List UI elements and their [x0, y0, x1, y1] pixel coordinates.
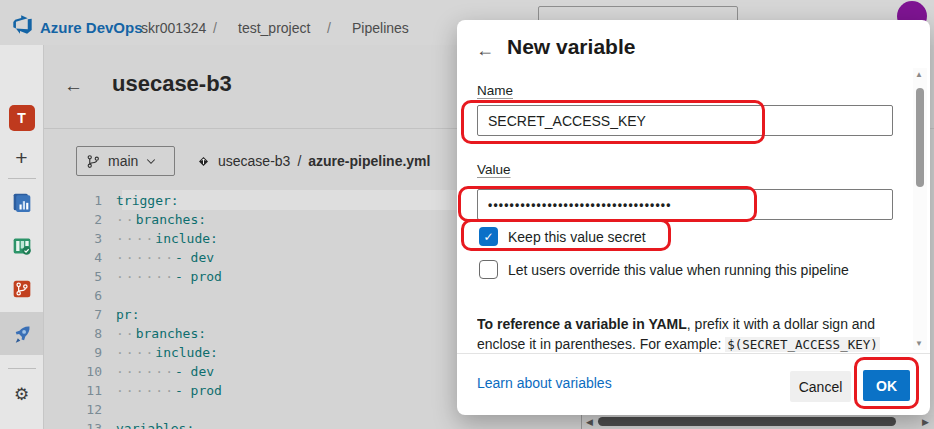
scroll-down-icon[interactable]: ▼ [915, 339, 923, 348]
page-title: usecase-b3 [112, 71, 232, 97]
add-project-button[interactable]: + [0, 147, 43, 169]
overview-icon [9, 189, 35, 215]
annotation-name-field [461, 100, 765, 144]
breadcrumb-separator: / [213, 20, 217, 36]
annotation-value-field [458, 186, 757, 222]
chevron-down-icon [145, 155, 157, 167]
checkbox-unchecked-icon[interactable] [479, 260, 498, 279]
breadcrumb-org[interactable]: skr001324 [141, 20, 206, 36]
left-nav-rail: T + ⚙ » [0, 45, 44, 429]
branch-selector[interactable]: main [76, 146, 175, 176]
horizontal-scrollbar-thumb[interactable] [598, 417, 896, 426]
project-avatar: T [9, 105, 35, 131]
let-users-override-checkbox-row[interactable]: Let users override this value when runni… [479, 260, 849, 279]
repos-icon [9, 276, 35, 302]
dialog-back-arrow-icon[interactable]: ← [476, 40, 494, 61]
value-label: Value [477, 162, 511, 177]
code-line: 3····include: [44, 229, 222, 248]
code-line: 1trigger: [44, 191, 222, 210]
file-breadcrumb: usecase-b3 / azure-pipeline.yml [196, 153, 430, 169]
sidebar-item-overview[interactable] [0, 189, 43, 215]
code-line: 6 [44, 286, 222, 305]
code-line: 2··branches: [44, 210, 222, 229]
azure-devops-logo-icon[interactable] [12, 14, 33, 35]
horizontal-scrollbar[interactable]: ◀ ▶ [581, 415, 934, 429]
variable-reference-help-text: To reference a variable in YAML, prefix … [477, 314, 883, 353]
code-line: 4······- dev [44, 248, 222, 267]
code-line: 10······- dev [44, 362, 222, 381]
sidebar-item-project[interactable]: T [0, 105, 43, 131]
scroll-left-icon[interactable]: ◀ [586, 417, 593, 427]
pipelines-rocket-icon [9, 321, 35, 347]
path-separator: / [297, 153, 301, 169]
sidebar-item-boards[interactable] [0, 233, 43, 259]
code-lines: 1trigger:2··branches:3····include:4·····… [44, 191, 222, 429]
gear-icon: ⚙ [14, 384, 29, 405]
sidebar-item-pipelines[interactable] [0, 321, 43, 347]
git-branch-icon [86, 154, 101, 169]
code-line: 9····include: [44, 343, 222, 362]
azure-repos-file-icon [196, 154, 211, 169]
annotation-secret-checkbox [461, 219, 671, 251]
branch-name: main [108, 153, 138, 169]
dialog-title: New variable [507, 35, 635, 59]
scroll-up-icon[interactable]: ▲ [915, 70, 923, 79]
dialog-vertical-scrollbar[interactable]: ▲ ▼ [913, 68, 927, 350]
cancel-button[interactable]: Cancel [790, 371, 851, 402]
file-name[interactable]: azure-pipeline.yml [308, 153, 430, 169]
code-line: 8··branches: [44, 324, 222, 343]
code-line: 12 [44, 400, 222, 419]
annotation-ok-button [854, 357, 919, 409]
breadcrumb-section[interactable]: Pipelines [352, 20, 409, 36]
code-line: 7pr: [44, 305, 222, 324]
boards-icon [9, 233, 35, 259]
dialog-scrollbar-thumb[interactable] [916, 88, 924, 187]
project-settings-button[interactable]: ⚙ [0, 383, 43, 405]
code-line: 5······- prod [44, 267, 222, 286]
let-users-override-label: Let users override this value when runni… [508, 262, 849, 278]
breadcrumb-project[interactable]: test_project [238, 20, 310, 36]
name-label: Name [477, 83, 513, 98]
rail-divider [8, 178, 36, 179]
rail-divider [8, 368, 36, 369]
product-name[interactable]: Azure DevOps [40, 19, 143, 36]
repo-name[interactable]: usecase-b3 [218, 153, 290, 169]
code-line: 13variables: [44, 419, 222, 429]
sidebar-item-repos[interactable] [0, 276, 43, 302]
variable-example-code: $(SECRET_ACCESS_KEY) [725, 337, 880, 352]
scroll-right-icon[interactable]: ▶ [922, 417, 929, 427]
breadcrumb-separator: / [327, 20, 331, 36]
plus-icon: + [15, 146, 27, 170]
code-line: 11······- prod [44, 381, 222, 400]
learn-about-variables-link[interactable]: Learn about variables [477, 375, 612, 391]
back-arrow-icon[interactable]: ← [64, 75, 83, 97]
